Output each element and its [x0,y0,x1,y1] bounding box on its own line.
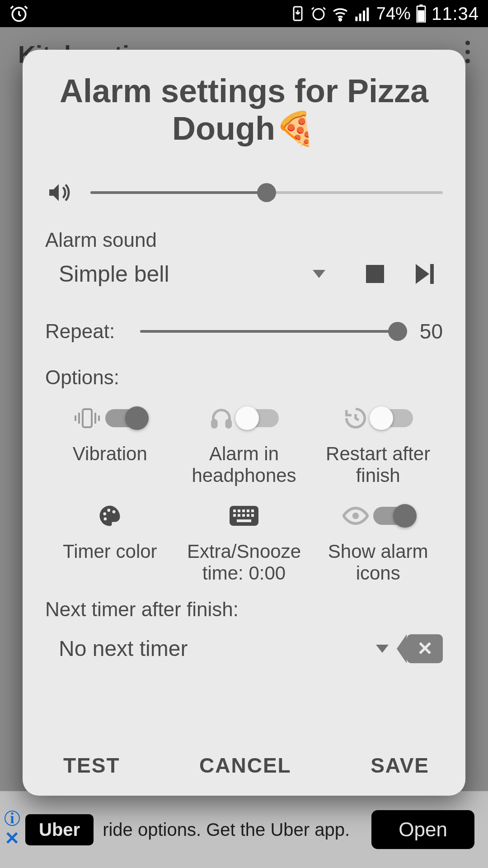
repeat-slider[interactable] [140,330,398,333]
svg-point-30 [352,513,359,519]
svg-rect-21 [242,509,245,512]
palette-icon [98,504,122,528]
alarm-settings-dialog: Alarm settings for Pizza Dough🍕 Alarm so… [23,50,465,796]
chevron-down-icon [376,645,389,653]
svg-rect-26 [242,514,245,517]
next-timer-dropdown[interactable]: No next timer [59,636,407,661]
battery-icon [415,5,427,23]
svg-rect-22 [247,509,249,512]
clear-next-timer-button[interactable]: ✕ [407,634,443,663]
next-timer-value: No next timer [59,636,188,661]
svg-rect-29 [237,519,251,522]
show-icons-toggle[interactable] [373,507,414,525]
svg-rect-24 [233,514,236,517]
status-time: 11:34 [432,4,479,24]
svg-rect-19 [233,509,236,512]
volume-slider[interactable] [90,191,443,194]
svg-point-2 [313,9,324,20]
alarm-sound-dropdown[interactable]: Simple bell [59,261,343,287]
alarm-sound-value: Simple bell [59,261,169,287]
status-bar: 74% 11:34 [0,0,488,27]
svg-rect-12 [212,420,216,427]
svg-rect-13 [226,420,230,427]
option-vibration: Vibration [45,402,175,487]
svg-point-14 [103,512,107,515]
svg-rect-20 [238,509,240,512]
ad-text: ride options. Get the Uber app. [103,820,371,840]
skip-next-icon [416,264,434,284]
svg-rect-11 [83,409,92,427]
svg-rect-9 [418,10,425,22]
battery-percentage: 74% [376,4,411,24]
chevron-down-icon [313,270,325,278]
stop-sound-button[interactable] [357,256,393,292]
stop-icon [366,265,384,283]
ad-open-button[interactable]: Open [371,810,474,849]
vibration-toggle[interactable] [105,409,146,427]
headphones-label: Alarm in headphones [179,443,309,487]
dialog-title: Alarm settings for Pizza Dough🍕 [45,72,443,147]
alarm-status-icon [310,5,327,22]
next-sound-button[interactable] [407,256,443,292]
show-icons-label: Show alarm icons [313,541,443,585]
headphones-icon [209,406,234,430]
alarm-icon [9,4,29,24]
restart-label: Restart after finish [313,443,443,487]
svg-point-15 [108,509,111,512]
option-show-icons: Show alarm icons [313,500,443,585]
vibration-label: Vibration [73,443,147,465]
snooze-label: Extra/Snooze time: 0:00 [179,541,309,585]
ad-close-icon[interactable]: ✕ [5,828,20,849]
signal-icon [354,5,372,23]
headphones-toggle[interactable] [238,409,279,427]
wifi-icon [331,5,349,23]
ad-brand: Uber [25,814,94,845]
options-label: Options: [45,366,443,389]
svg-rect-10 [419,5,422,6]
alarm-sound-label: Alarm sound [45,229,443,251]
option-headphones: Alarm in headphones [179,402,309,487]
timer-color-label: Timer color [63,541,157,562]
cancel-button[interactable]: CANCEL [199,753,291,778]
restart-icon [343,406,368,430]
overflow-menu-icon [465,41,470,63]
svg-rect-23 [251,509,254,512]
backspace-icon: ✕ [417,637,433,660]
keyboard-icon [230,506,258,526]
svg-rect-25 [238,514,240,517]
test-button[interactable]: TEST [63,753,120,778]
svg-rect-5 [359,14,361,21]
restart-toggle[interactable] [372,409,413,427]
svg-point-3 [339,19,341,21]
save-button[interactable]: SAVE [371,753,429,778]
repeat-label: Repeat: [45,320,122,343]
next-timer-label: Next timer after finish: [45,598,443,621]
volume-icon [45,179,72,206]
vibration-icon [74,407,101,429]
option-snooze[interactable]: Extra/Snooze time: 0:00 [179,500,309,585]
svg-rect-28 [251,514,254,517]
repeat-value: 50 [411,319,443,344]
eye-icon [343,507,369,525]
volume-row [45,179,443,206]
svg-rect-27 [247,514,249,517]
svg-rect-6 [363,10,365,21]
svg-point-17 [104,518,107,521]
option-restart: Restart after finish [313,402,443,487]
ad-banner: i ✕ Uber ride options. Get the Uber app.… [0,791,488,868]
download-icon [290,5,306,22]
svg-point-16 [113,510,116,514]
svg-rect-7 [366,8,369,21]
option-timer-color[interactable]: Timer color [45,500,175,585]
svg-rect-4 [355,17,357,21]
ad-info-icon[interactable]: i [5,811,20,826]
